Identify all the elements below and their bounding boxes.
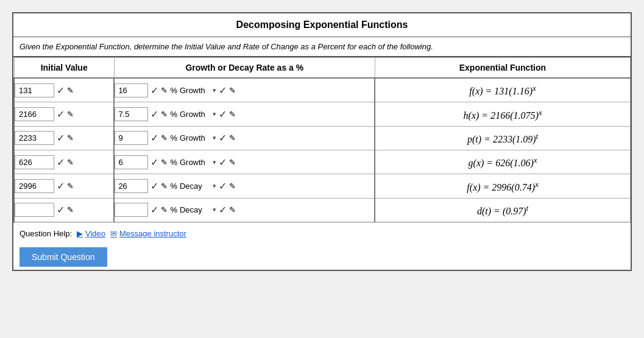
question-help-row: Question Help: ▶ Video ✉ Message instruc… — [13, 222, 631, 244]
percent-label: % — [170, 133, 177, 143]
edit-icon: ✎ — [67, 205, 74, 214]
percent-label: % — [170, 110, 177, 119]
dropdown-icon[interactable]: ▾ — [213, 206, 216, 214]
growth-decay-cell: ✓ ✎ % Decay ▾ ✓ ✎ — [114, 174, 375, 198]
exponential-function-cell: f(x) = 131(1.16)x — [375, 78, 630, 102]
percent-label: % — [170, 181, 177, 191]
exponential-function-cell: h(x) = 2166(1.075)x — [375, 102, 630, 126]
video-link[interactable]: ▶ Video — [77, 229, 105, 238]
rate-input[interactable] — [115, 155, 148, 169]
edit-icon-2: ✎ — [229, 110, 236, 119]
initial-value-input[interactable] — [15, 131, 54, 145]
check-icon: ✓ — [57, 108, 65, 120]
edit-icon: ✎ — [67, 110, 74, 119]
growth-decay-cell: ✓ ✎ % Growth ▾ ✓ ✎ — [114, 102, 375, 126]
main-table: Initial Value Growth or Decay Rate as a … — [13, 57, 631, 222]
dropdown-icon[interactable]: ▾ — [213, 158, 216, 166]
edit-icon-2: ✎ — [229, 181, 236, 191]
question-help-label: Question Help: — [19, 229, 72, 238]
table-row: ✓ ✎ ✓ ✎ % Growth ▾ ✓ ✎ p(t) = 2233(1.09)… — [14, 126, 631, 150]
check-icon: ✓ — [57, 132, 65, 144]
growth-decay-cell: ✓ ✎ % Growth ▾ ✓ ✎ — [114, 78, 375, 102]
video-icon: ▶ — [77, 229, 83, 238]
message-instructor-link[interactable]: ✉ Message instructor — [110, 229, 186, 238]
growth-decay-label: Decay — [180, 205, 210, 214]
header-growth-decay: Growth or Decay Rate as a % — [114, 58, 375, 79]
table-header: Initial Value Growth or Decay Rate as a … — [14, 58, 631, 79]
growth-decay-label: Growth — [180, 158, 210, 167]
check-icon-2: ✓ — [219, 108, 227, 120]
initial-value-input[interactable] — [15, 155, 54, 169]
check-icon: ✓ — [150, 132, 158, 144]
initial-value-input[interactable] — [15, 179, 54, 193]
check-icon: ✓ — [150, 180, 158, 192]
growth-decay-cell: ✓ ✎ % Growth ▾ ✓ ✎ — [114, 150, 375, 174]
exponential-formula: h(x) = 2166(1.075)x — [464, 110, 542, 121]
edit-icon: ✎ — [161, 181, 168, 191]
exponential-function-cell: d(t) = (0.97)t — [375, 198, 630, 222]
percent-label: % — [170, 205, 177, 214]
edit-icon: ✎ — [67, 86, 74, 95]
main-container: Decomposing Exponential Functions Given … — [12, 12, 632, 271]
check-icon: ✓ — [57, 204, 65, 216]
submit-button[interactable]: Submit Question — [19, 247, 107, 267]
edit-icon: ✎ — [67, 181, 74, 191]
exponential-formula: d(t) = (0.97)t — [477, 206, 528, 216]
rate-input[interactable] — [115, 131, 148, 145]
header-initial-value: Initial Value — [14, 58, 114, 79]
edit-icon-2: ✎ — [229, 133, 236, 143]
dropdown-icon[interactable]: ▾ — [213, 134, 216, 142]
header-exponential: Exponential Function — [375, 58, 630, 79]
exponential-function-cell: f(x) = 2996(0.74)x — [375, 174, 630, 198]
check-icon: ✓ — [57, 157, 65, 168]
percent-label: % — [170, 158, 177, 167]
exponential-formula: p(t) = 2233(1.09)t — [467, 134, 538, 144]
edit-icon: ✎ — [67, 133, 74, 143]
exponential-formula: f(x) = 131(1.16)x — [469, 86, 536, 96]
mail-icon: ✉ — [110, 229, 117, 238]
exponential-function-cell: p(t) = 2233(1.09)t — [375, 126, 630, 150]
check-icon-2: ✓ — [219, 157, 227, 168]
table-row: ✓ ✎ ✓ ✎ % Growth ▾ ✓ ✎ h(x) = 2166(1.075… — [14, 102, 631, 126]
check-icon-2: ✓ — [219, 204, 227, 216]
exponential-function-cell: g(x) = 626(1.06)x — [375, 150, 630, 174]
submit-area: Submit Question — [13, 244, 631, 270]
edit-icon: ✎ — [161, 158, 168, 167]
initial-value-cell: ✓ ✎ — [14, 174, 114, 198]
exponential-formula: g(x) = 626(1.06)x — [469, 158, 537, 168]
table-row: ✓ ✎ ✓ ✎ % Growth ▾ ✓ ✎ f(x) = 131(1.16)x — [14, 78, 631, 102]
edit-icon: ✎ — [161, 133, 168, 143]
edit-icon-2: ✎ — [229, 86, 236, 95]
dropdown-icon[interactable]: ▾ — [213, 86, 216, 94]
table-row: ✓ ✎ ✓ ✎ % Decay ▾ ✓ ✎ d(t) = (0.97)t — [14, 198, 631, 222]
dropdown-icon[interactable]: ▾ — [213, 182, 216, 190]
initial-value-cell: ✓ ✎ — [14, 150, 114, 174]
initial-value-cell: ✓ ✎ — [14, 102, 114, 126]
dropdown-icon[interactable]: ▾ — [213, 110, 216, 118]
initial-value-cell: ✓ ✎ — [14, 78, 114, 102]
check-icon-2: ✓ — [219, 132, 227, 144]
rate-input[interactable] — [115, 83, 148, 97]
initial-value-input[interactable] — [15, 107, 54, 121]
rate-input[interactable] — [115, 107, 148, 121]
growth-decay-cell: ✓ ✎ % Growth ▾ ✓ ✎ — [114, 126, 375, 150]
table-row: ✓ ✎ ✓ ✎ % Decay ▾ ✓ ✎ f(x) = 2996(0.74)x — [14, 174, 631, 198]
subtitle: Given the Exponential Function, determin… — [13, 37, 631, 57]
edit-icon: ✎ — [67, 158, 74, 167]
edit-icon-2: ✎ — [229, 158, 236, 167]
check-icon: ✓ — [150, 85, 158, 96]
page-title: Decomposing Exponential Functions — [13, 13, 631, 37]
initial-value-cell: ✓ ✎ — [14, 198, 114, 222]
check-icon: ✓ — [150, 108, 158, 120]
edit-icon: ✎ — [161, 86, 168, 95]
check-icon: ✓ — [150, 157, 158, 168]
initial-value-input[interactable] — [15, 203, 54, 217]
percent-label: % — [170, 86, 177, 95]
exponential-formula: f(x) = 2996(0.74)x — [467, 182, 539, 192]
rate-input[interactable] — [115, 179, 148, 193]
growth-decay-label: Growth — [180, 86, 210, 95]
growth-decay-label: Growth — [180, 110, 210, 119]
initial-value-input[interactable] — [15, 83, 54, 97]
rate-input[interactable] — [115, 203, 148, 217]
check-icon-2: ✓ — [219, 85, 227, 96]
